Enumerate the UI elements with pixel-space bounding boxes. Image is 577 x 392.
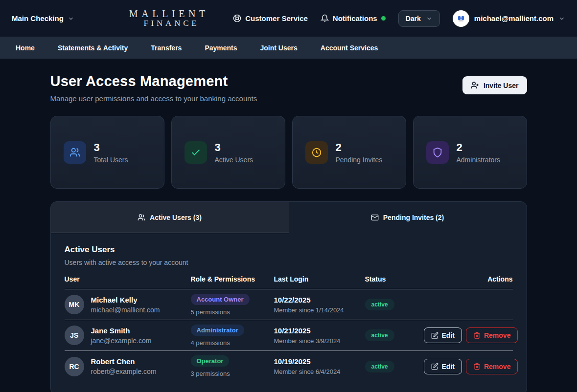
avatar [453, 10, 469, 27]
chevron-down-icon [68, 15, 74, 22]
notifications-label: Notifications [333, 14, 377, 22]
notifications-button[interactable]: Notifications [321, 14, 386, 22]
edit-user-button[interactable]: Edit [424, 359, 462, 374]
last-login-date: 10/19/2025 [274, 357, 365, 366]
table-row: RC Robert Chen robert@example.com Operat… [65, 351, 513, 382]
section-title: Active Users [65, 245, 513, 255]
clock-icon [305, 141, 328, 164]
avatar: JS [65, 326, 84, 345]
nav-item-statements-activity[interactable]: Statements & Activity [58, 44, 128, 52]
user-plus-icon [471, 81, 479, 89]
brand-logo-line2: FINANCE [134, 19, 209, 28]
notification-dot [381, 16, 386, 21]
last-login-date: 10/21/2025 [274, 327, 365, 335]
user-name: Jane Smith [91, 327, 152, 335]
customer-service-link[interactable]: Customer Service [233, 14, 308, 22]
shield-icon [426, 141, 449, 164]
remove-user-button[interactable]: Remove [466, 359, 518, 374]
user-email: michael@mallient.com [91, 306, 160, 314]
role-badge: Operator [191, 355, 230, 367]
user-email: robert@example.com [91, 368, 157, 375]
tab-active-users-label: Active Users (3) [150, 214, 202, 221]
tab-pending-invites[interactable]: Pending Invites (2) [289, 202, 527, 233]
top-header: Main Checking MALLIENT FINANCE Customer … [0, 0, 577, 37]
table-header-row: User Role & Permissions Last Login Statu… [65, 275, 513, 289]
column-header-actions: Actions [424, 275, 513, 283]
status-badge: active [365, 329, 394, 341]
panel-tabbar: Active Users (3) Pending Invites (2) [51, 202, 527, 233]
row-actions: Edit Remove [424, 327, 518, 343]
customer-service-label: Customer Service [245, 14, 308, 22]
user-email: jane@example.com [91, 337, 152, 345]
member-since: Member since 6/4/2024 [274, 368, 365, 375]
nav-item-transfers[interactable]: Transfers [151, 44, 182, 52]
header-actions: Customer Service Notifications Dark [233, 10, 565, 27]
lifebuoy-icon [233, 14, 241, 22]
bank-mark-icon [457, 15, 465, 22]
chevron-down-icon [426, 15, 433, 22]
chevron-down-icon [558, 15, 565, 22]
app-screen: Main Checking MALLIENT FINANCE Customer … [0, 0, 577, 392]
main-content: User Access Management Manage user permi… [0, 59, 577, 392]
user-name: Michael Kelly [91, 296, 160, 304]
user-name: Robert Chen [91, 357, 157, 366]
edit-user-button[interactable]: Edit [424, 327, 462, 343]
edit-icon [431, 363, 439, 370]
edit-button-label: Edit [442, 331, 455, 339]
stat-label: Pending Invites [336, 156, 383, 164]
last-login-date: 10/22/2025 [274, 296, 365, 304]
edit-icon [431, 332, 439, 339]
permissions-count: 4 permissions [191, 339, 274, 347]
stat-label: Total Users [94, 156, 128, 164]
account-selector-label: Main Checking [12, 14, 64, 22]
user-email: michael@mallient.com [474, 14, 554, 22]
tab-pending-invites-label: Pending Invites (2) [383, 214, 444, 221]
stat-label: Active Users [215, 156, 254, 164]
avatar: MK [65, 295, 84, 314]
status-badge: active [365, 299, 394, 310]
nav-item-payments[interactable]: Payments [205, 44, 237, 52]
page-header: User Access Management Manage user permi… [50, 73, 527, 103]
remove-button-label: Remove [484, 363, 510, 370]
stat-card-administrators: 2 Administrators [413, 116, 527, 189]
avatar: RC [65, 357, 84, 376]
tab-active-users[interactable]: Active Users (3) [51, 202, 289, 233]
column-header-user: User [65, 275, 191, 283]
column-header-role: Role & Permissions [191, 275, 274, 283]
stats-row: 3 Total Users 3 Active Users [50, 116, 527, 189]
permissions-count: 3 permissions [191, 370, 274, 377]
remove-user-button[interactable]: Remove [466, 327, 518, 343]
account-selector[interactable]: Main Checking [12, 14, 74, 22]
status-badge: active [365, 361, 394, 372]
nav-item-home[interactable]: Home [16, 44, 35, 52]
brand-logo: MALLIENT FINANCE [129, 8, 209, 28]
users-panel: Active Users (3) Pending Invites (2) Act… [50, 201, 527, 392]
stat-value: 2 [336, 141, 383, 154]
stat-card-active-users: 3 Active Users [171, 116, 285, 189]
primary-nav: Home Statements & Activity Transfers Pay… [0, 37, 577, 59]
invite-user-label: Invite User [484, 82, 519, 89]
section-subtitle: Users with active access to your account [65, 259, 513, 266]
trash-icon [473, 332, 481, 339]
row-actions: Edit Remove [424, 359, 518, 374]
table-row: JS Jane Smith jane@example.com Administr… [65, 320, 513, 351]
check-icon [185, 141, 207, 164]
member-since: Member since 1/14/2024 [274, 306, 365, 314]
user-account-menu[interactable]: michael@mallient.com [453, 10, 565, 27]
page-title: User Access Management [50, 73, 257, 89]
stat-card-pending-invites: 2 Pending Invites [292, 116, 406, 189]
role-badge: Account Owner [191, 294, 250, 305]
users-icon [138, 214, 145, 221]
stat-value: 3 [215, 141, 254, 154]
edit-button-label: Edit [442, 363, 455, 370]
theme-select[interactable]: Dark [398, 10, 440, 27]
nav-item-joint-users[interactable]: Joint Users [260, 44, 298, 52]
stat-value: 2 [457, 141, 500, 154]
nav-item-account-services[interactable]: Account Services [321, 44, 378, 52]
remove-button-label: Remove [484, 331, 510, 339]
users-icon [64, 141, 86, 164]
permissions-count: 5 permissions [191, 308, 274, 316]
stat-card-total-users: 3 Total Users [50, 116, 164, 189]
mail-icon [371, 214, 379, 221]
invite-user-button[interactable]: Invite User [462, 76, 527, 94]
